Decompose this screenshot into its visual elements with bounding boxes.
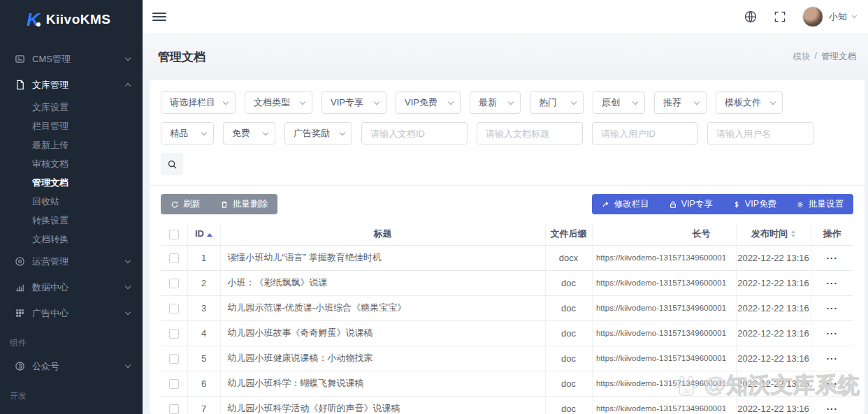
official-account-icon	[14, 361, 25, 372]
sidebar-subitem[interactable]: 回收站	[0, 192, 143, 211]
sidebar-subitem[interactable]: 栏目管理	[0, 117, 143, 135]
filter-select[interactable]: 热门	[530, 91, 584, 114]
move-icon	[602, 200, 610, 209]
filter-input[interactable]	[707, 122, 813, 145]
chevron-down-icon	[125, 362, 131, 368]
filter-select[interactable]: 广告奖励	[284, 122, 352, 145]
sidebar-item-label: 文库管理	[32, 79, 126, 91]
toolbar-button[interactable]: VIP专享	[659, 194, 723, 214]
row-actions-ellipsis-icon[interactable]: ···	[827, 253, 838, 263]
toolbar-right-group: 修改栏目VIP专享VIP免费批量设置	[592, 194, 853, 214]
toolbar-button[interactable]: 修改栏目	[592, 194, 659, 214]
sidebar-item[interactable]: 运营管理	[0, 249, 143, 274]
row-actions-ellipsis-icon[interactable]: ···	[827, 278, 838, 288]
row-checkbox[interactable]	[169, 379, 179, 389]
filter-select[interactable]: 文档类型	[245, 91, 312, 114]
sidebar-item-label: 广告中心	[32, 307, 126, 320]
column-header-ext: 文件后缀	[545, 223, 592, 245]
trash-icon	[220, 200, 229, 209]
page-header: 管理文档 模块 / 管理文档	[143, 33, 868, 80]
select-value: VIP专享	[331, 96, 363, 109]
language-globe-icon[interactable]	[744, 10, 758, 24]
row-checkbox[interactable]	[169, 253, 179, 263]
breadcrumb-root[interactable]: 模块	[793, 51, 811, 63]
search-button[interactable]	[161, 153, 183, 175]
lock-icon	[669, 200, 677, 209]
toolbar-button[interactable]: 刷新	[161, 194, 210, 214]
toolbar-button[interactable]: 批量设置	[786, 194, 853, 214]
cell-title: 小班：《彩纸飘飘》说课	[220, 270, 545, 295]
row-actions-ellipsis-icon[interactable]: ···	[827, 303, 838, 313]
table-body: 1读懂小班幼儿“语言” 掌握教育绝佳时机docxhttps://kiivodem…	[161, 245, 853, 414]
row-checkbox[interactable]	[169, 404, 179, 414]
row-actions-ellipsis-icon[interactable]: ···	[827, 378, 838, 389]
row-checkbox[interactable]	[169, 354, 179, 364]
sidebar-item[interactable]: 后台菜单	[0, 406, 143, 414]
cell-id: 6	[187, 371, 220, 396]
logo[interactable]: K KiivoKMS	[0, 0, 143, 36]
toolbar-button-label: 修改栏目	[614, 198, 649, 210]
filter-input[interactable]	[477, 122, 583, 145]
app-root: K KiivoKMS CMS管理文库管理文库设置栏目管理最新上传审核文档管理文档…	[0, 0, 868, 414]
cell-id: 2	[187, 270, 220, 295]
table-row: 6幼儿园小班科学：蝴蝶飞舞说课稿dochttps://kiivodemo-131…	[161, 371, 853, 396]
user-menu[interactable]: 小知	[802, 6, 856, 27]
filter-input[interactable]	[592, 122, 698, 145]
filter-select[interactable]: 最新	[470, 91, 521, 114]
toolbar-button[interactable]: 批量删除	[210, 194, 277, 214]
chevron-down-icon	[300, 98, 305, 104]
select-all-checkbox[interactable]	[169, 230, 179, 239]
sidebar-subitem[interactable]: 文库设置	[0, 98, 143, 117]
sidebar-item[interactable]: 数据中心	[0, 274, 143, 300]
content-card: 请选择栏目文档类型VIP专享VIP免费最新热门原创推荐模板文件 精品免费广告奖励…	[150, 80, 865, 414]
filter-select[interactable]: 精品	[161, 122, 214, 145]
filter-select[interactable]: 原创	[593, 91, 645, 114]
filter-row-1: 请选择栏目文档类型VIP专享VIP免费最新热门原创推荐模板文件	[161, 91, 853, 114]
filter-select[interactable]: 请选择栏目	[161, 91, 236, 114]
breadcrumb-separator: /	[815, 51, 817, 63]
filter-select[interactable]: VIP免费	[396, 91, 461, 114]
select-value: 免费	[232, 127, 250, 140]
sidebar-item[interactable]: 公众号	[0, 353, 143, 379]
documents-table: ID标题文件后缀长号发布时间操作 1读懂小班幼儿“语言” 掌握教育绝佳时机doc…	[161, 223, 853, 414]
cell-ext: doc	[545, 346, 592, 371]
row-actions-ellipsis-icon[interactable]: ···	[827, 404, 838, 414]
chevron-down-icon	[125, 55, 131, 61]
topbar: 小知	[143, 0, 868, 33]
sidebar-subitem[interactable]: 文档转换	[0, 230, 143, 249]
sidebar-subitem[interactable]: 最新上传	[0, 135, 143, 154]
filter-input[interactable]	[361, 122, 468, 145]
toolbar-button[interactable]: VIP免费	[723, 194, 786, 214]
dollar-icon	[732, 200, 741, 209]
sidebar-subitem[interactable]: 管理文档	[0, 173, 143, 192]
cell-title: 幼儿园小班故事《奇奇孵蛋》说课稿	[220, 320, 545, 346]
sort-ascending-icon	[207, 233, 212, 237]
fullscreen-icon[interactable]	[773, 10, 787, 24]
row-checkbox[interactable]	[169, 279, 179, 288]
cell-title: 幼儿园示范课-优质课-小班综合《糖果宝宝》	[220, 295, 545, 320]
cell-time: 2022-12-22 13:16	[736, 295, 811, 320]
row-actions-ellipsis-icon[interactable]: ···	[827, 353, 838, 364]
column-header-time[interactable]: 发布时间	[736, 223, 811, 245]
operations-icon	[14, 256, 25, 267]
filter-select[interactable]: 推荐	[654, 91, 707, 114]
sidebar-subitem[interactable]: 转换设置	[0, 211, 143, 230]
filter-select[interactable]: 模板文件	[716, 91, 783, 114]
filter-select[interactable]: VIP专享	[321, 91, 386, 114]
menu-toggle-icon[interactable]	[152, 10, 166, 23]
row-checkbox[interactable]	[169, 304, 179, 313]
row-checkbox[interactable]	[169, 329, 179, 339]
row-actions-ellipsis-icon[interactable]: ···	[827, 328, 838, 339]
cell-time: 2022-12-22 13:16	[736, 245, 811, 270]
chevron-down-icon	[340, 129, 345, 135]
sidebar-item[interactable]: 广告中心	[0, 300, 143, 326]
cell-url: https://kiivodemo-131571349600001	[592, 320, 736, 346]
chevron-up-icon	[125, 83, 131, 89]
sidebar-item[interactable]: CMS管理	[0, 46, 143, 72]
search-icon	[167, 159, 178, 170]
filter-select[interactable]: 免费	[223, 122, 275, 145]
select-all-checkbox-cell	[161, 223, 187, 245]
column-header-id[interactable]: ID	[187, 223, 220, 245]
sidebar-item[interactable]: 文库管理	[0, 72, 143, 98]
sidebar-subitem[interactable]: 审核文档	[0, 154, 143, 173]
